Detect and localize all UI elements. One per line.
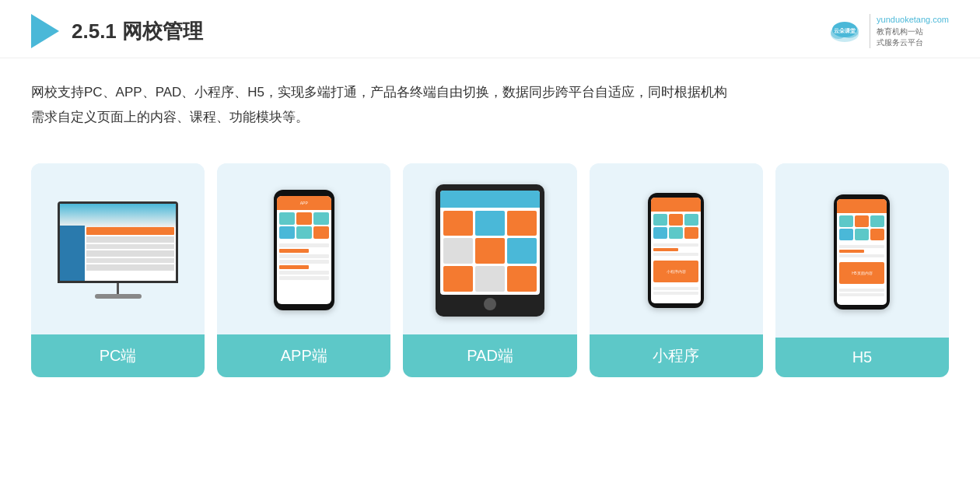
phone-mockup-app: APP [274, 190, 334, 310]
phone-mockup-h5: H5页面内容 [834, 194, 890, 310]
brand-logo: 云朵课堂 yunduoketang.com 教育机构一站 式服务云平台 [826, 14, 949, 47]
phone-mockup-miniprogram: 小程序内容 [648, 193, 704, 308]
description-line1: 网校支持PC、APP、PAD、小程序、H5，实现多端打通，产品各终端自由切换，数… [31, 80, 949, 105]
monitor-mockup [58, 201, 178, 299]
description-block: 网校支持PC、APP、PAD、小程序、H5，实现多端打通，产品各终端自由切换，数… [0, 58, 980, 131]
card-pad-label: PAD端 [403, 334, 576, 377]
description-line2: 需求自定义页面上的内容、课程、功能模块等。 [31, 105, 949, 130]
svg-text:云朵课堂: 云朵课堂 [834, 27, 856, 33]
card-app-image: APP [217, 163, 390, 334]
page-title: 2.5.1 网校管理 [72, 18, 203, 45]
card-miniprogram-image: 小程序内容 [590, 163, 763, 334]
page-header: 2.5.1 网校管理 云朵课堂 yunduoketang.com 教育机构一站 … [0, 0, 980, 58]
platform-cards: PC端 APP [0, 138, 980, 393]
card-h5-label: H5 [775, 338, 949, 377]
brand-cloud-icon: 云朵课堂 [826, 17, 863, 45]
card-pc: PC端 [31, 163, 205, 377]
tablet-mockup [436, 184, 544, 317]
header-left: 2.5.1 网校管理 [31, 14, 203, 48]
card-h5: H5页面内容 H5 [775, 163, 949, 377]
card-pad-image [403, 163, 576, 334]
card-pc-image [31, 163, 205, 334]
logo-triangle-icon [31, 14, 59, 48]
card-h5-image: H5页面内容 [775, 163, 949, 338]
monitor-screen [58, 201, 178, 283]
card-miniprogram-label: 小程序 [590, 334, 763, 377]
card-pad: PAD端 [403, 163, 576, 377]
card-miniprogram: 小程序内容 小程序 [590, 163, 763, 377]
brand-tagline: yunduoketang.com 教育机构一站 式服务云平台 [870, 14, 949, 47]
card-pc-label: PC端 [31, 334, 205, 377]
card-app-label: APP端 [217, 334, 390, 377]
card-app: APP [217, 163, 390, 377]
